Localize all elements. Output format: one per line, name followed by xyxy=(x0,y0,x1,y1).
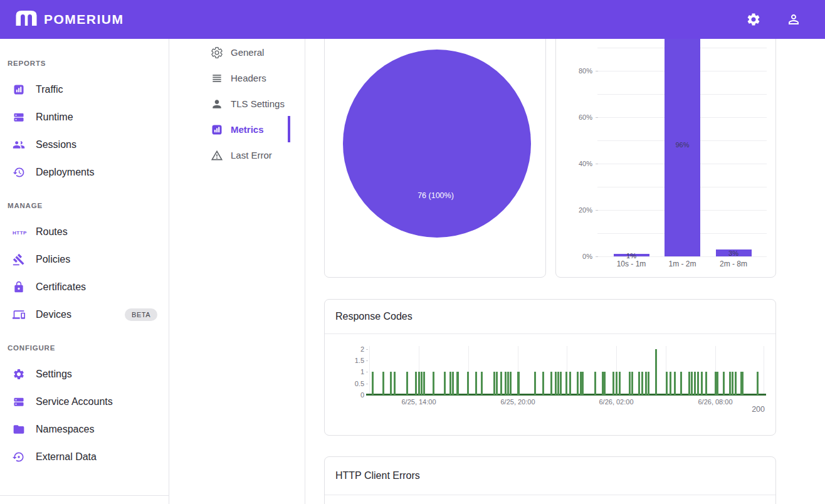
sidebar-item-runtime[interactable]: Runtime xyxy=(0,103,169,131)
response-gridline xyxy=(764,346,764,395)
headers-lines-icon xyxy=(211,72,223,85)
sidebar-item-label: Routes xyxy=(36,226,68,238)
tab-last-error[interactable]: Last Error xyxy=(169,142,305,168)
traffic-chart-icon xyxy=(13,83,25,96)
response-bar-200 xyxy=(697,372,699,395)
response-gridline xyxy=(369,346,370,395)
tab-metrics[interactable]: Metrics xyxy=(169,117,305,142)
tab-label: Metrics xyxy=(231,124,264,135)
sidebar-item-policies[interactable]: Policies xyxy=(0,246,169,273)
response-bar-200 xyxy=(648,372,649,395)
sidebar-item-sessions[interactable]: Sessions xyxy=(0,131,169,159)
response-bar-200 xyxy=(452,372,454,395)
response-bar-200 xyxy=(394,372,396,395)
topbar-actions xyxy=(746,12,810,27)
pie-chart[interactable] xyxy=(343,50,531,238)
tab-label: Headers xyxy=(231,73,266,83)
histogram-y-tick xyxy=(596,210,598,211)
pie-slice-label: 76 (100%) xyxy=(373,191,498,200)
pie-chart-card: 76 (100%) xyxy=(324,39,546,278)
response-y-tick xyxy=(366,349,368,350)
sidebar-item-deployments[interactable]: Deployments xyxy=(0,159,169,186)
response-x-tick-label: 6/26, 02:00 xyxy=(585,398,648,406)
histogram-bar-label: 1% xyxy=(614,252,649,260)
page: 76 (100%) 0%20%40%60%80%1%10s - 1m96%1m … xyxy=(0,0,825,504)
histogram-bar-label: 3% xyxy=(716,249,752,257)
sidebar-item-devices[interactable]: DevicesBETA xyxy=(0,301,169,328)
sidebar-item-certificates[interactable]: Certificates xyxy=(0,273,169,301)
response-codes-header: Response Codes xyxy=(325,300,775,334)
response-x-tick-label: 6/26, 08:00 xyxy=(684,398,747,406)
tab-label: Last Error xyxy=(231,150,272,160)
response-bar-200 xyxy=(500,372,502,395)
response-bar-200 xyxy=(406,372,408,395)
http-client-errors-card: HTTP Client Errors xyxy=(324,456,776,504)
response-bar-200 xyxy=(507,372,509,395)
response-y-tick xyxy=(366,384,368,384)
response-bar-200 xyxy=(717,372,718,395)
sidebar-item-service-accounts[interactable]: Service Accounts xyxy=(0,388,169,416)
last-error-warning-icon xyxy=(211,149,223,162)
response-bar-200 xyxy=(612,372,614,395)
response-bar-200 xyxy=(666,372,668,395)
response-bar-200 xyxy=(444,372,446,395)
response-bar-200 xyxy=(557,372,559,395)
response-codes-title: Response Codes xyxy=(335,311,413,322)
sidebar-item-label: Namespaces xyxy=(36,424,94,435)
sidebar-item-label: Deployments xyxy=(36,167,94,178)
sidebar-item-label: Traffic xyxy=(36,84,63,95)
response-bar-200 xyxy=(510,372,512,395)
response-bar-200 xyxy=(655,349,657,395)
external-data-sync-icon xyxy=(13,451,25,463)
sidebar-item-traffic[interactable]: Traffic xyxy=(0,76,169,103)
response-bar-200 xyxy=(705,372,707,395)
sidebar-item-namespaces[interactable]: Namespaces xyxy=(0,416,169,443)
sidebar-item-label: Runtime xyxy=(36,112,73,123)
section-label-configure: CONFIGURE xyxy=(8,344,161,352)
response-bar-200 xyxy=(694,372,696,395)
histogram-category-label: 1m - 2m xyxy=(658,260,708,268)
response-bar-200 xyxy=(631,372,633,395)
settings-gear-icon[interactable] xyxy=(746,12,761,27)
histogram-category-label: 10s - 1m xyxy=(606,260,656,268)
response-bar-200 xyxy=(481,372,483,395)
response-bar-200 xyxy=(467,372,469,395)
response-bar-200 xyxy=(757,372,759,395)
response-bar-200 xyxy=(550,372,552,395)
left-sidebar: REPORTSTrafficRuntimeSessionsDeployments… xyxy=(0,39,169,504)
histogram-y-tick xyxy=(596,164,598,164)
route-tabs-sidebar: GeneralHeadersTLS SettingsMetricsLast Er… xyxy=(169,39,305,504)
certificates-lock-icon xyxy=(13,281,25,293)
duration-histogram-card: 0%20%40%60%80%1%10s - 1m96%1m - 2m3%2m -… xyxy=(555,39,776,278)
response-bar-200 xyxy=(670,372,671,395)
response-y-tick-label: 1.5 xyxy=(339,357,364,364)
sidebar-item-settings[interactable]: Settings xyxy=(0,360,169,388)
sidebar-item-routes[interactable]: HTTPRoutes xyxy=(0,218,169,246)
http-client-errors-header: HTTP Client Errors xyxy=(325,457,775,495)
account-person-icon[interactable] xyxy=(786,12,801,27)
sessions-group-icon xyxy=(13,139,25,151)
response-bar-200 xyxy=(534,372,536,395)
response-y-tick-label: 1 xyxy=(339,368,364,375)
brand[interactable]: POMERIUM xyxy=(15,9,124,30)
devices-icon xyxy=(13,308,25,321)
sidebar-item-external-data[interactable]: External Data xyxy=(0,443,169,471)
response-bar-200 xyxy=(582,372,584,395)
policies-gavel-icon xyxy=(13,253,25,266)
histogram-y-tick xyxy=(596,117,598,118)
response-bar-200 xyxy=(629,372,631,395)
histogram-y-tick-label: 20% xyxy=(565,206,592,214)
response-bar-200 xyxy=(456,372,459,395)
tab-headers[interactable]: Headers xyxy=(169,65,305,91)
app-title: POMERIUM xyxy=(44,12,124,27)
response-y-tick-label: 2 xyxy=(339,345,364,353)
deployments-history-icon xyxy=(13,166,25,179)
tab-tls-settings[interactable]: TLS Settings xyxy=(169,91,305,117)
sidebar-item-label: Settings xyxy=(36,369,72,380)
response-bar-200 xyxy=(577,372,579,395)
runtime-storage-icon xyxy=(13,111,25,123)
histogram-bar-label: 96% xyxy=(665,141,700,149)
response-bar-200 xyxy=(421,372,423,395)
tab-general[interactable]: General xyxy=(169,39,305,65)
beta-badge: BETA xyxy=(125,308,157,321)
